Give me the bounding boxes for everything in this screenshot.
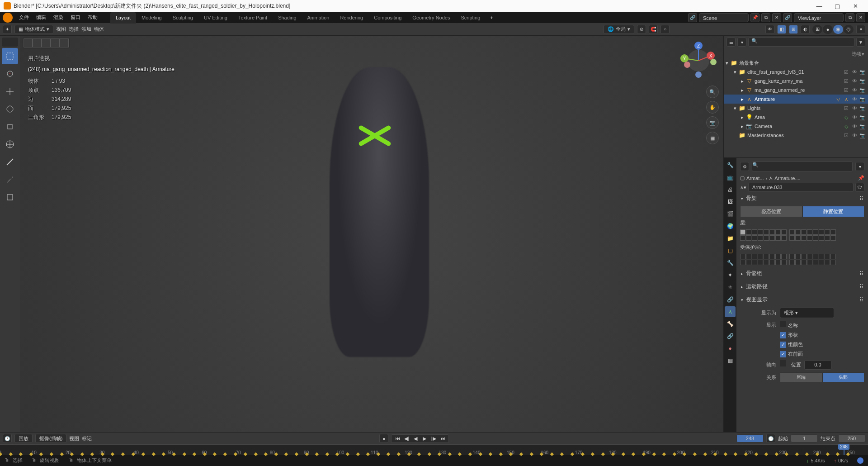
tool-scale[interactable]	[2, 119, 18, 135]
jump-start-icon[interactable]: ⏮	[393, 436, 401, 442]
start-frame-field[interactable]: 1	[791, 434, 818, 442]
props-search-input[interactable]: 🔍	[752, 162, 853, 171]
outliner-item[interactable]: 📁MasterInstances☑👁📷	[724, 131, 868, 140]
workspace-tab-scripting[interactable]: Scripting	[455, 12, 486, 24]
ptab-material-icon[interactable]: ●	[725, 343, 736, 354]
viewport-menu-add[interactable]: 添加	[81, 26, 91, 33]
playback-menu[interactable]: 回放	[14, 434, 33, 443]
outliner-tree[interactable]: 选项 ▾ ▾📁场景集合 ▾📁elite_fast_ranged_lvl3_01☑…	[724, 48, 868, 157]
outliner-item[interactable]: ▾📁Lights☑👁📷	[724, 104, 868, 113]
scene-browse-icon[interactable]: 🔗	[688, 13, 697, 22]
viewlayer-new-icon[interactable]: ⧉	[845, 13, 854, 22]
workspace-tab-sculpting[interactable]: Sculpting	[167, 12, 198, 24]
ptab-modifier-icon[interactable]: 🔧	[725, 257, 736, 268]
mode-dropdown[interactable]: ▦物体模式▾	[14, 25, 53, 34]
shading-wireframe-icon[interactable]: ⊞	[812, 25, 822, 34]
pivot-icon[interactable]: ⊙	[637, 25, 646, 34]
eye-icon[interactable]: 👁	[851, 133, 858, 138]
tool-add-cube[interactable]	[2, 189, 18, 205]
ptab-viewlayer-icon[interactable]: 🖼	[725, 196, 736, 207]
outliner-scene-collection[interactable]: ▾📁场景集合	[724, 58, 868, 67]
proportional-icon[interactable]: ○	[660, 25, 670, 34]
viewlayer-delete-icon[interactable]: ✕	[856, 13, 865, 22]
axis-value-field[interactable]: 0.0	[804, 360, 831, 370]
eye-icon[interactable]: 👁	[851, 69, 858, 75]
pose-position-button[interactable]: 姿态位置	[740, 206, 802, 217]
navigation-gizmo[interactable]: Z Y X	[678, 40, 719, 81]
menu-file[interactable]: 文件	[15, 12, 33, 23]
ptab-output-icon[interactable]: 🖨	[725, 184, 736, 195]
selection-pills[interactable]	[23, 38, 70, 48]
tool-rotate[interactable]	[2, 101, 18, 117]
axis-checkbox[interactable]	[780, 360, 786, 366]
timeline-marker-menu[interactable]: 标记	[82, 435, 92, 442]
pan-icon[interactable]: ✋	[706, 101, 719, 114]
timeline-ruler[interactable]: 0102030405060708090100110120130140150160…	[0, 444, 868, 455]
eye-icon[interactable]: 👁	[851, 87, 858, 93]
workspace-add-button[interactable]: +	[486, 15, 497, 20]
workspace-tab-modeling[interactable]: Modeling	[136, 12, 167, 24]
outliner-item[interactable]: ▾📁elite_fast_ranged_lvl3_01☑👁📷	[724, 67, 868, 76]
outliner-item[interactable]: ▸📷Camera◇👁📷	[724, 122, 868, 131]
outliner-display-mode-icon[interactable]: ☰	[726, 38, 736, 47]
ptab-tool-icon[interactable]: 🔧	[725, 160, 736, 171]
scene-delete-icon[interactable]: ✕	[772, 13, 781, 22]
tool-cursor[interactable]	[2, 66, 18, 82]
play-icon[interactable]: ▶	[420, 436, 429, 442]
outliner-item[interactable]: ▸▽gang_kurtz_army_ma☑👁📷	[724, 76, 868, 86]
timeline-view-menu[interactable]: 视图	[69, 435, 79, 442]
panel-viewport-display[interactable]: ▾视图显示⠿	[736, 293, 868, 306]
render-icon[interactable]: 📷	[859, 87, 866, 93]
outliner-filter-icon[interactable]: ▾	[737, 38, 746, 47]
armature-layers[interactable]	[740, 229, 864, 241]
viewlayer-browse-icon[interactable]: 🔗	[783, 13, 792, 22]
ptab-object-icon[interactable]: ▢	[725, 245, 736, 256]
workspace-tab-compositing[interactable]: Compositing	[368, 12, 407, 24]
show-shapes-checkbox[interactable]: ✓	[780, 332, 786, 338]
outliner-item-armature[interactable]: ▸⋏Armature▽⋏👁📷	[724, 95, 868, 104]
render-icon[interactable]: 📷	[859, 114, 866, 120]
render-icon[interactable]: 📷	[859, 124, 866, 129]
render-icon[interactable]: 📷	[859, 133, 866, 138]
menu-help[interactable]: 帮助	[84, 12, 101, 23]
tool-select-box[interactable]	[2, 48, 18, 64]
shield-icon[interactable]: 🛡	[855, 183, 864, 192]
preview-range-icon[interactable]: 🕐	[766, 434, 775, 443]
outliner-filter-funnel-icon[interactable]: ▼	[856, 38, 865, 47]
persp-ortho-icon[interactable]: ▦	[706, 132, 719, 144]
visibility-icon[interactable]: 👁	[765, 25, 774, 34]
xray-icon[interactable]: ◐	[801, 25, 810, 34]
scene-pin-icon[interactable]: 📌	[750, 13, 760, 22]
ptab-physics-icon[interactable]: ⚛	[725, 282, 736, 293]
ptab-collection-icon[interactable]: 📁	[725, 233, 736, 244]
pin-icon[interactable]: 📌	[858, 175, 864, 181]
workspace-tab-geonodes[interactable]: Geometry Nodes	[407, 12, 455, 24]
panel-bonegroups[interactable]: ▸骨骼组⠿	[736, 267, 868, 280]
editor-type-icon[interactable]: ✦	[3, 25, 12, 34]
end-frame-field[interactable]: 250	[838, 434, 865, 442]
viewport-menu-select[interactable]: 选择	[69, 26, 79, 33]
ptab-constraint-icon[interactable]: 🔗	[725, 294, 736, 305]
maximize-button[interactable]: ▢	[828, 3, 846, 10]
overlay-toggle-icon[interactable]: ⊞	[789, 25, 798, 34]
props-options-dd-icon[interactable]: ▾	[855, 162, 864, 171]
ptab-bone-icon[interactable]: 🦴	[725, 319, 736, 329]
workspace-tab-shading[interactable]: Shading	[273, 12, 302, 24]
next-key-icon[interactable]: |▶	[429, 436, 438, 442]
outliner-options-row[interactable]: 选项 ▾	[724, 49, 868, 58]
display-as-dropdown[interactable]: 棍形 ▾	[780, 308, 834, 318]
pose-position-toggle[interactable]: 姿态位置 静置位置	[740, 206, 864, 217]
menu-render[interactable]: 渲染	[50, 12, 67, 23]
rest-position-button[interactable]: 静置位置	[802, 206, 865, 217]
selection-mode-pills[interactable]	[2, 38, 18, 47]
gizmo-toggle-icon[interactable]: ◧	[777, 25, 786, 34]
eye-icon[interactable]: 👁	[851, 124, 858, 129]
workspace-tab-animation[interactable]: Animation	[302, 12, 335, 24]
keying-menu[interactable]: 抠像(插帧)	[35, 434, 66, 443]
show-front-checkbox[interactable]: ✓	[780, 351, 786, 357]
outliner-item[interactable]: ▸💡Area◇👁📷	[724, 113, 868, 122]
net-indicator-icon[interactable]	[857, 457, 863, 464]
shading-material-icon[interactable]: ◉	[833, 25, 843, 34]
timeline-editor-icon[interactable]: 🕐	[3, 434, 12, 443]
ptab-boneconstraint-icon[interactable]: 🔗	[725, 331, 736, 342]
